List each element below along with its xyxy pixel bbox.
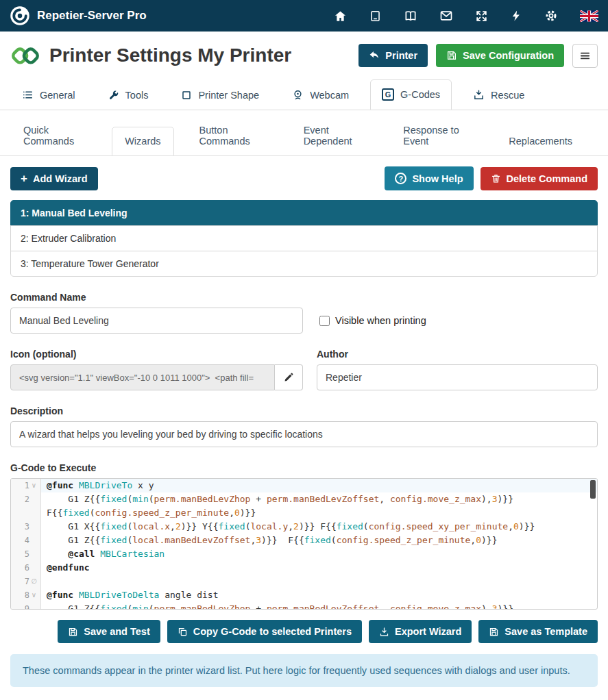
tab-label: Rescue xyxy=(491,90,524,101)
code-line[interactable]: 7∅ xyxy=(11,575,597,588)
save-as-template-label: Save as Template xyxy=(504,626,587,637)
save-configuration-label: Save Configuration xyxy=(463,50,554,61)
visible-when-printing-label: Visible when printing xyxy=(335,315,426,326)
app-logo-icon xyxy=(10,5,30,26)
code-line[interactable]: 8∨@func MBLDriveToDelta angle dist xyxy=(11,588,597,602)
trash-icon xyxy=(491,173,501,184)
command-name-input[interactable] xyxy=(10,308,303,334)
line-number-gutter: 5 xyxy=(11,547,41,561)
save-icon xyxy=(489,627,499,637)
code-line[interactable]: 3 G1 X{{fixed(local.x,2)}} Y{{fixed(loca… xyxy=(11,520,597,534)
save-configuration-button[interactable]: Save Configuration xyxy=(436,44,564,67)
author-label: Author xyxy=(317,349,598,360)
visible-when-printing-checkbox[interactable] xyxy=(319,316,330,326)
wizard-list-item[interactable]: 2: Extruder Calibration xyxy=(10,225,598,251)
tab-wizards[interactable]: Wizards xyxy=(112,127,173,155)
export-wizard-button[interactable]: Export Wizard xyxy=(369,620,472,643)
tab-label: Button Commands xyxy=(199,125,265,147)
gcode-subtabs: Quick Commands Wizards Button Commands E… xyxy=(0,116,608,156)
global-settings-icon[interactable] xyxy=(544,9,558,23)
code-line-content: G1 X{{fixed(local.x,2)}} Y{{fixed(local.… xyxy=(41,520,597,534)
app-brand[interactable]: Repetier-Server Pro xyxy=(10,5,147,26)
fullscreen-icon[interactable] xyxy=(475,10,488,23)
printers-icon[interactable] xyxy=(369,10,382,23)
power-icon[interactable] xyxy=(510,10,522,22)
delete-command-button[interactable]: Delete Command xyxy=(481,167,598,190)
show-help-button[interactable]: ? Show Help xyxy=(385,166,473,190)
tab-label: General xyxy=(40,90,75,101)
visible-when-printing-option[interactable]: Visible when printing xyxy=(319,315,426,326)
save-and-test-label: Save and Test xyxy=(84,626,149,637)
line-number-gutter: 4 xyxy=(11,534,41,547)
code-line-content: @func MBLDriveToDelta angle dist xyxy=(41,588,597,602)
tab-gcodes[interactable]: G G-Codes xyxy=(370,79,452,110)
plus-icon: + xyxy=(21,174,27,184)
tab-webcam[interactable]: Webcam xyxy=(280,80,361,110)
header-menu-button[interactable] xyxy=(572,44,598,68)
icon-optional-label: Icon (optional) xyxy=(10,349,303,360)
code-line[interactable]: 9 G1 Z{{fixed(min(perm.manBedLevZhop + p… xyxy=(11,602,597,610)
save-icon xyxy=(68,627,78,637)
gcode-letter: G xyxy=(382,88,394,101)
tab-label: G-Codes xyxy=(400,89,440,100)
add-wizard-button[interactable]: + Add Wizard xyxy=(10,167,98,190)
editor-scrollbar-thumb[interactable] xyxy=(590,480,596,499)
code-line[interactable]: 6@endfunc xyxy=(11,561,597,575)
tab-label: Quick Commands xyxy=(23,125,86,147)
header-actions: Printer Save Configuration xyxy=(358,44,598,68)
tab-printer-shape[interactable]: Printer Shape xyxy=(169,81,271,110)
gcode-icon: G xyxy=(382,88,394,101)
gcode-editor-lines: 1∨@func MBLDriveTo x y2 G1 Z{{fixed(min(… xyxy=(11,479,597,610)
settings-tabs: General Tools Printer Shape Webcam G G-C… xyxy=(0,79,608,110)
code-line-content: @func MBLDriveTo x y xyxy=(41,479,597,492)
app-title: Repetier-Server Pro xyxy=(37,9,147,23)
wizard-actions: Save and Test Copy G-Code to selected Pr… xyxy=(10,620,598,643)
code-line[interactable]: 2 G1 Z{{fixed(min(perm.manBedLevZhop + p… xyxy=(11,492,597,520)
wizard-item-label: 1: Manual Bed Leveling xyxy=(21,208,127,218)
printer-settings-link-icon xyxy=(10,40,40,71)
code-line[interactable]: 4 G1 Z{{fixed(local.manBedLevZoffset,3)}… xyxy=(11,534,597,547)
gcode-editor[interactable]: 1∨@func MBLDriveTo x y2 G1 Z{{fixed(min(… xyxy=(10,478,598,610)
line-number-gutter: 2 xyxy=(11,492,41,520)
line-number-gutter: 3 xyxy=(11,520,41,534)
page-header: Printer Settings My Printer Printer Save… xyxy=(0,32,608,77)
tab-tools[interactable]: Tools xyxy=(97,81,160,110)
wizard-list: 1: Manual Bed Leveling 2: Extruder Calib… xyxy=(10,200,598,277)
back-to-printer-button[interactable]: Printer xyxy=(358,44,428,67)
download-icon xyxy=(379,627,389,637)
rescue-icon xyxy=(473,89,485,101)
code-line-content: G1 Z{{fixed(local.manBedLevZoffset,3)}} … xyxy=(41,534,597,547)
tab-event-dependent[interactable]: Event Dependent xyxy=(291,116,378,155)
tab-label: Event Dependent xyxy=(304,125,365,147)
edit-icon-button[interactable] xyxy=(275,364,303,390)
tab-label: Wizards xyxy=(125,136,160,147)
code-line[interactable]: 1∨@func MBLDriveTo x y xyxy=(11,479,597,492)
author-input[interactable] xyxy=(317,364,598,390)
code-line-content: G1 Z{{fixed(min(perm.manBedLevZhop + per… xyxy=(41,492,597,520)
save-and-test-button[interactable]: Save and Test xyxy=(58,620,160,643)
tab-rescue[interactable]: Rescue xyxy=(461,80,536,110)
code-line-content: G1 Z{{fixed(min(perm.manBedLevZhop + per… xyxy=(41,602,597,610)
code-line[interactable]: 5 @call MBLCartesian xyxy=(11,547,597,561)
cube-icon xyxy=(181,90,192,101)
tab-general[interactable]: General xyxy=(10,80,87,110)
icon-svg-input[interactable] xyxy=(10,364,275,390)
tab-quick-commands[interactable]: Quick Commands xyxy=(10,116,99,155)
messages-icon[interactable] xyxy=(439,9,453,23)
home-icon[interactable] xyxy=(334,10,347,23)
manual-icon[interactable] xyxy=(404,9,417,23)
save-as-template-button[interactable]: Save as Template xyxy=(478,620,598,643)
wizard-list-item[interactable]: 3: Temperature Tower Generator xyxy=(10,251,598,277)
reply-arrow-icon xyxy=(369,50,380,61)
tab-label: Webcam xyxy=(310,90,349,101)
copy-gcode-button[interactable]: Copy G-Code to selected Printers xyxy=(167,620,362,643)
wizard-list-item[interactable]: 1: Manual Bed Leveling xyxy=(10,200,598,226)
tab-response-to-event[interactable]: Response to Event xyxy=(390,116,483,155)
line-number-gutter: 6 xyxy=(11,561,41,575)
description-input[interactable] xyxy=(10,421,598,447)
language-flag-icon[interactable] xyxy=(580,10,598,22)
tab-replacements[interactable]: Replacements xyxy=(496,127,585,155)
line-number-gutter: 7∅ xyxy=(11,575,41,588)
tab-button-commands[interactable]: Button Commands xyxy=(186,116,278,155)
navbar-icons xyxy=(334,9,598,23)
